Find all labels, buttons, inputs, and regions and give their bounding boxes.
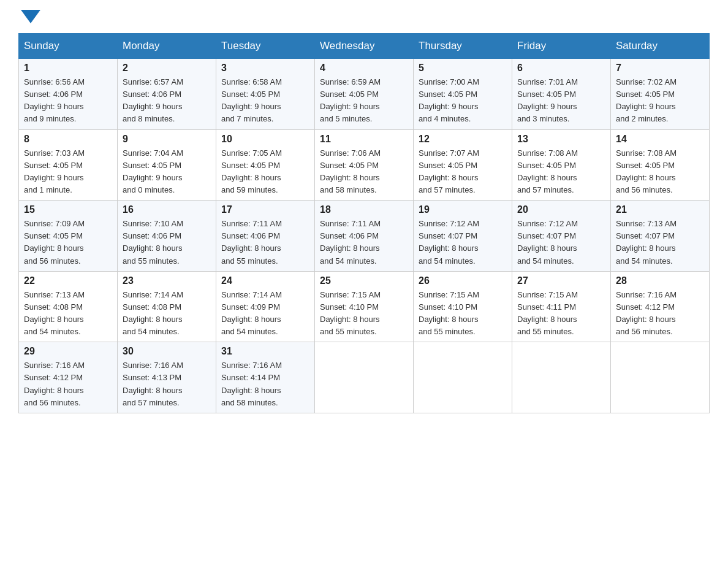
calendar-cell: 6Sunrise: 7:01 AM Sunset: 4:05 PM Daylig… (512, 59, 611, 130)
day-number: 30 (123, 346, 211, 357)
calendar-cell: 24Sunrise: 7:14 AM Sunset: 4:09 PM Dayli… (216, 271, 315, 342)
day-info: Sunrise: 7:11 AM Sunset: 4:06 PM Dayligh… (320, 218, 408, 267)
day-info: Sunrise: 7:14 AM Sunset: 4:08 PM Dayligh… (123, 289, 211, 339)
calendar-cell: 14Sunrise: 7:08 AM Sunset: 4:05 PM Dayli… (611, 129, 710, 201)
calendar-cell: 17Sunrise: 7:11 AM Sunset: 4:06 PM Dayli… (216, 201, 315, 272)
calendar-cell: 16Sunrise: 7:10 AM Sunset: 4:06 PM Dayli… (118, 201, 216, 272)
calendar-cell: 13Sunrise: 7:08 AM Sunset: 4:05 PM Dayli… (512, 129, 611, 201)
calendar-cell: 22Sunrise: 7:13 AM Sunset: 4:08 PM Dayli… (19, 271, 118, 342)
calendar-cell: 18Sunrise: 7:11 AM Sunset: 4:06 PM Dayli… (315, 201, 414, 272)
day-header-friday: Friday (512, 34, 611, 59)
day-number: 31 (221, 346, 309, 357)
day-number: 11 (320, 134, 408, 145)
day-info: Sunrise: 7:00 AM Sunset: 4:05 PM Dayligh… (419, 76, 507, 126)
days-header-row: SundayMondayTuesdayWednesdayThursdayFrid… (19, 34, 710, 59)
calendar-cell: 29Sunrise: 7:16 AM Sunset: 4:12 PM Dayli… (19, 342, 118, 413)
calendar-cell: 11Sunrise: 7:06 AM Sunset: 4:05 PM Dayli… (315, 129, 414, 201)
day-number: 10 (221, 134, 309, 145)
calendar-cell: 28Sunrise: 7:16 AM Sunset: 4:12 PM Dayli… (611, 271, 710, 342)
day-info: Sunrise: 7:06 AM Sunset: 4:05 PM Dayligh… (320, 147, 408, 197)
calendar-table: SundayMondayTuesdayWednesdayThursdayFrid… (18, 33, 710, 413)
day-header-tuesday: Tuesday (216, 34, 315, 59)
day-info: Sunrise: 6:56 AM Sunset: 4:06 PM Dayligh… (24, 76, 112, 126)
day-number: 6 (517, 63, 605, 74)
day-number: 16 (123, 204, 211, 215)
day-info: Sunrise: 7:10 AM Sunset: 4:06 PM Dayligh… (123, 218, 211, 267)
calendar-cell: 3Sunrise: 6:58 AM Sunset: 4:05 PM Daylig… (216, 59, 315, 130)
calendar-cell: 10Sunrise: 7:05 AM Sunset: 4:05 PM Dayli… (216, 129, 315, 201)
day-number: 9 (123, 134, 211, 145)
day-number: 22 (24, 275, 112, 286)
day-info: Sunrise: 7:11 AM Sunset: 4:06 PM Dayligh… (221, 218, 309, 267)
calendar-cell: 23Sunrise: 7:14 AM Sunset: 4:08 PM Dayli… (118, 271, 216, 342)
calendar-cell: 25Sunrise: 7:15 AM Sunset: 4:10 PM Dayli… (315, 271, 414, 342)
day-number: 23 (123, 275, 211, 286)
calendar-week-row: 8Sunrise: 7:03 AM Sunset: 4:05 PM Daylig… (19, 129, 710, 201)
day-header-wednesday: Wednesday (315, 34, 414, 59)
day-info: Sunrise: 7:08 AM Sunset: 4:05 PM Dayligh… (517, 147, 605, 197)
day-info: Sunrise: 7:16 AM Sunset: 4:12 PM Dayligh… (616, 289, 704, 339)
calendar-cell: 5Sunrise: 7:00 AM Sunset: 4:05 PM Daylig… (414, 59, 512, 130)
day-number: 4 (320, 63, 408, 74)
day-info: Sunrise: 6:57 AM Sunset: 4:06 PM Dayligh… (123, 76, 211, 126)
day-number: 13 (517, 134, 605, 145)
day-info: Sunrise: 7:02 AM Sunset: 4:05 PM Dayligh… (616, 76, 704, 126)
calendar-cell: 27Sunrise: 7:15 AM Sunset: 4:11 PM Dayli… (512, 271, 611, 342)
day-info: Sunrise: 7:12 AM Sunset: 4:07 PM Dayligh… (419, 218, 507, 267)
day-number: 29 (24, 346, 112, 357)
day-info: Sunrise: 7:05 AM Sunset: 4:05 PM Dayligh… (221, 147, 309, 197)
day-number: 8 (24, 134, 112, 145)
calendar-cell (414, 342, 512, 413)
day-info: Sunrise: 7:13 AM Sunset: 4:07 PM Dayligh… (616, 218, 704, 267)
day-info: Sunrise: 7:08 AM Sunset: 4:05 PM Dayligh… (616, 147, 704, 197)
day-number: 7 (616, 63, 704, 74)
day-info: Sunrise: 7:03 AM Sunset: 4:05 PM Dayligh… (24, 147, 112, 197)
day-info: Sunrise: 6:58 AM Sunset: 4:05 PM Dayligh… (221, 76, 309, 126)
day-number: 3 (221, 63, 309, 74)
calendar-cell: 31Sunrise: 7:16 AM Sunset: 4:14 PM Dayli… (216, 342, 315, 413)
day-number: 1 (24, 63, 112, 74)
day-number: 12 (419, 134, 507, 145)
calendar-cell: 30Sunrise: 7:16 AM Sunset: 4:13 PM Dayli… (118, 342, 216, 413)
day-number: 5 (419, 63, 507, 74)
logo (18, 12, 40, 23)
calendar-week-row: 29Sunrise: 7:16 AM Sunset: 4:12 PM Dayli… (19, 342, 710, 413)
calendar-cell: 7Sunrise: 7:02 AM Sunset: 4:05 PM Daylig… (611, 59, 710, 130)
day-info: Sunrise: 7:15 AM Sunset: 4:10 PM Dayligh… (419, 289, 507, 339)
calendar-cell: 26Sunrise: 7:15 AM Sunset: 4:10 PM Dayli… (414, 271, 512, 342)
day-number: 15 (24, 204, 112, 215)
day-info: Sunrise: 6:59 AM Sunset: 4:05 PM Dayligh… (320, 76, 408, 126)
calendar-cell: 15Sunrise: 7:09 AM Sunset: 4:05 PM Dayli… (19, 201, 118, 272)
calendar-cell: 4Sunrise: 6:59 AM Sunset: 4:05 PM Daylig… (315, 59, 414, 130)
day-number: 19 (419, 204, 507, 215)
day-info: Sunrise: 7:13 AM Sunset: 4:08 PM Dayligh… (24, 289, 112, 339)
calendar-cell: 21Sunrise: 7:13 AM Sunset: 4:07 PM Dayli… (611, 201, 710, 272)
page-header (18, 12, 710, 23)
day-info: Sunrise: 7:04 AM Sunset: 4:05 PM Dayligh… (123, 147, 211, 197)
logo-triangle-icon (21, 10, 40, 23)
calendar-cell: 12Sunrise: 7:07 AM Sunset: 4:05 PM Dayli… (414, 129, 512, 201)
day-info: Sunrise: 7:16 AM Sunset: 4:13 PM Dayligh… (123, 359, 211, 409)
day-info: Sunrise: 7:09 AM Sunset: 4:05 PM Dayligh… (24, 218, 112, 267)
day-header-monday: Monday (118, 34, 216, 59)
day-number: 2 (123, 63, 211, 74)
calendar-week-row: 22Sunrise: 7:13 AM Sunset: 4:08 PM Dayli… (19, 271, 710, 342)
calendar-cell (512, 342, 611, 413)
day-number: 24 (221, 275, 309, 286)
day-info: Sunrise: 7:16 AM Sunset: 4:14 PM Dayligh… (221, 359, 309, 409)
day-info: Sunrise: 7:01 AM Sunset: 4:05 PM Dayligh… (517, 76, 605, 126)
day-number: 26 (419, 275, 507, 286)
day-info: Sunrise: 7:12 AM Sunset: 4:07 PM Dayligh… (517, 218, 605, 267)
day-number: 28 (616, 275, 704, 286)
calendar-cell: 8Sunrise: 7:03 AM Sunset: 4:05 PM Daylig… (19, 129, 118, 201)
day-number: 14 (616, 134, 704, 145)
calendar-week-row: 15Sunrise: 7:09 AM Sunset: 4:05 PM Dayli… (19, 201, 710, 272)
day-info: Sunrise: 7:15 AM Sunset: 4:10 PM Dayligh… (320, 289, 408, 339)
day-header-thursday: Thursday (414, 34, 512, 59)
day-header-saturday: Saturday (611, 34, 710, 59)
calendar-cell (611, 342, 710, 413)
calendar-week-row: 1Sunrise: 6:56 AM Sunset: 4:06 PM Daylig… (19, 59, 710, 130)
day-number: 27 (517, 275, 605, 286)
day-header-sunday: Sunday (19, 34, 118, 59)
calendar-cell: 1Sunrise: 6:56 AM Sunset: 4:06 PM Daylig… (19, 59, 118, 130)
